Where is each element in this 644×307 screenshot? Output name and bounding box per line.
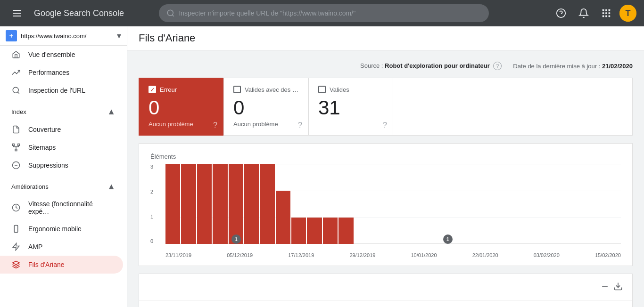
- site-favicon: [6, 30, 17, 41]
- y-label-2: 2: [150, 189, 162, 194]
- warning-card-header: Valides avec des …: [233, 86, 298, 93]
- details-download-button[interactable]: [613, 282, 623, 292]
- sidebar-label-inspection: Inspection de l'URL: [28, 87, 85, 94]
- app-logo: Google Search Console: [34, 8, 124, 18]
- sidebar-label-couverture: Couverture: [28, 126, 61, 133]
- avatar[interactable]: T: [619, 5, 636, 22]
- details-minimize-button[interactable]: [600, 282, 610, 292]
- collapse-index-icon[interactable]: ▲: [107, 107, 116, 117]
- apps-button[interactable]: [597, 4, 616, 23]
- source-bar: Source : Robot d'exploration pour ordina…: [139, 62, 633, 70]
- valid-label: Valides: [330, 86, 349, 93]
- valid-question-icon[interactable]: ?: [383, 121, 387, 129]
- valid-card-header: Valides: [318, 86, 383, 93]
- sidebar-label-performances: Performances: [28, 69, 69, 76]
- bolt-icon: [11, 242, 21, 251]
- search-bar[interactable]: [159, 4, 489, 22]
- sidebar-label-amp: AMP: [28, 243, 42, 250]
- date-info: Date de la dernière mise à jour : 21/02/…: [513, 63, 633, 70]
- page-title: Fils d'Ariane: [139, 32, 195, 44]
- svg-marker-29: [13, 243, 19, 250]
- error-label: Erreur: [160, 86, 177, 93]
- sidebar-item-inspection-url[interactable]: Inspection de l'URL: [0, 81, 123, 99]
- sidebar-item-couverture[interactable]: Couverture: [0, 121, 123, 138]
- source-info-icon[interactable]: ?: [493, 62, 502, 70]
- svg-rect-15: [609, 16, 611, 17]
- collapse-ameliorations-icon[interactable]: ▲: [107, 182, 116, 192]
- sidebar-item-vitesse[interactable]: Vitesse (fonctionnalité expé…: [0, 195, 123, 220]
- chart-bar[interactable]: [291, 218, 306, 244]
- status-card-error[interactable]: ✓ Erreur 0 Aucun problème ?: [139, 78, 223, 136]
- y-label-1: 1: [150, 214, 162, 219]
- site-url: https://www.twaino.com/: [21, 32, 113, 40]
- sitemap-icon: [11, 143, 21, 152]
- main-layout: https://www.twaino.com/ ▾ Vue d'ensemble…: [0, 26, 644, 307]
- source-info: Source : Robot d'exploration pour ordina…: [360, 62, 502, 70]
- warning-question-icon[interactable]: ?: [298, 121, 302, 129]
- chart-x-labels: 23/11/2019 05/12/2019 17/12/2019 29/12/2…: [165, 245, 621, 258]
- search-nav-icon: [11, 86, 21, 95]
- sidebar-item-vue-ensemble[interactable]: Vue d'ensemble: [0, 46, 123, 64]
- chart-bar[interactable]: [165, 164, 180, 244]
- error-checkbox[interactable]: ✓: [149, 86, 156, 93]
- sidebar-item-fils-ariane[interactable]: Fils d'Ariane: [0, 256, 123, 274]
- menu-icon[interactable]: [8, 4, 26, 23]
- search-input[interactable]: [179, 9, 481, 17]
- chart-bar[interactable]: [229, 164, 243, 244]
- chart-bar[interactable]: [276, 191, 290, 244]
- chart-area: 3 2 1 0: [150, 164, 621, 258]
- svg-text:T: T: [625, 8, 630, 18]
- error-count: 0: [149, 97, 214, 119]
- site-selector[interactable]: https://www.twaino.com/ ▾: [0, 26, 127, 46]
- sidebar-label-sitemaps: Sitemaps: [28, 144, 56, 151]
- status-card-valid[interactable]: Valides 31 ?: [308, 78, 393, 136]
- help-button[interactable]: [552, 4, 570, 23]
- chart-bar[interactable]: [197, 164, 212, 244]
- date-label: Date de la dernière mise à jour :: [513, 63, 600, 70]
- valid-checkbox[interactable]: [318, 86, 326, 93]
- warning-checkbox[interactable]: [233, 86, 241, 93]
- coverage-icon: [11, 125, 21, 134]
- svg-rect-7: [603, 9, 604, 11]
- chart-y-labels: 3 2 1 0: [150, 164, 162, 244]
- sidebar-item-performances[interactable]: Performances: [0, 64, 123, 81]
- chart-bar[interactable]: [181, 164, 196, 244]
- svg-rect-22: [18, 144, 20, 146]
- chart-bar[interactable]: [244, 164, 259, 244]
- marker-dot-2: 1: [443, 234, 453, 244]
- notifications-button[interactable]: [574, 4, 593, 23]
- sidebar-item-amp[interactable]: AMP: [0, 238, 123, 256]
- topbar: Google Search Console: [0, 0, 644, 26]
- chart-bar[interactable]: [307, 218, 322, 244]
- marker-dot-1: 1: [231, 234, 241, 244]
- chart-bar[interactable]: [323, 218, 338, 244]
- sidebar-item-suppressions[interactable]: Suppressions: [0, 156, 123, 174]
- svg-line-20: [17, 92, 19, 93]
- svg-rect-21: [13, 144, 15, 146]
- chart-bar[interactable]: [260, 164, 274, 244]
- chart-marker-2[interactable]: 1: [443, 234, 453, 244]
- valid-desc: [318, 121, 383, 128]
- svg-rect-11: [605, 12, 607, 14]
- y-label-0: 0: [150, 238, 162, 244]
- sidebar-item-ergonomie[interactable]: Ergonomie mobile: [0, 220, 123, 238]
- status-cards-row: ✓ Erreur 0 Aucun problème ? Valides avec…: [139, 78, 633, 136]
- sidebar-item-sitemaps[interactable]: Sitemaps: [0, 138, 123, 156]
- index-section-header: Index ▲: [0, 99, 127, 121]
- error-question-icon[interactable]: ?: [213, 121, 217, 129]
- chevron-down-icon: ▾: [117, 31, 121, 41]
- chart-bar[interactable]: [213, 164, 227, 244]
- main-header: Fils d'Ariane: [127, 26, 644, 50]
- svg-rect-14: [605, 16, 607, 17]
- sidebar-label-fils-ariane: Fils d'Ariane: [28, 261, 65, 268]
- svg-marker-30: [13, 261, 20, 265]
- svg-point-3: [168, 10, 173, 16]
- search-icon: [166, 9, 175, 17]
- layers-icon: [11, 260, 21, 269]
- date-value: 21/02/2020: [602, 63, 633, 70]
- chart-bar[interactable]: [339, 218, 353, 244]
- card-spacer: [393, 78, 633, 136]
- details-header: [139, 274, 632, 300]
- status-card-warning[interactable]: Valides avec des … 0 Aucun problème ?: [223, 78, 308, 136]
- chart-marker-1[interactable]: 1: [231, 234, 241, 244]
